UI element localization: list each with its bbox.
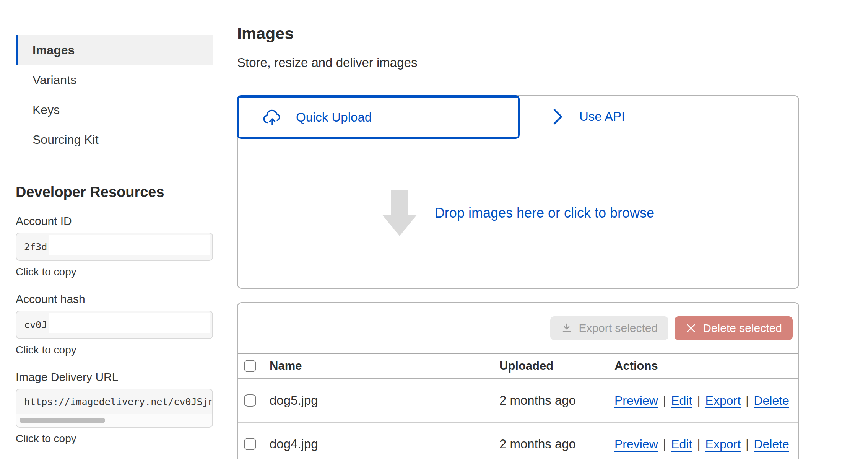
export-selected-label: Export selected	[579, 322, 658, 335]
image-delivery-url-value: https://imagedelivery.net/cv0JSjn8	[24, 389, 213, 414]
action-export-link[interactable]: Export	[705, 437, 741, 451]
sidebar-item-images[interactable]: Images	[16, 35, 213, 65]
chevron-right-icon	[553, 108, 563, 125]
sidebar: ImagesVariantsKeysSourcing Kit Developer…	[16, 35, 213, 445]
table-body: dog5.jpg2 months agoPreview|Edit|Export|…	[238, 379, 798, 459]
close-icon	[685, 322, 697, 334]
download-icon	[561, 322, 572, 334]
scrollbar-thumb[interactable]	[20, 418, 105, 423]
table-header-row: Name Uploaded Actions	[238, 353, 798, 379]
tab-quick-upload-label: Quick Upload	[296, 110, 372, 125]
account-id-label: Account ID	[16, 214, 213, 228]
action-preview-link[interactable]: Preview	[614, 437, 658, 451]
action-preview-link[interactable]: Preview	[614, 394, 658, 407]
upload-tab-row: Quick Upload Use API	[238, 96, 798, 137]
cloud-upload-icon	[262, 109, 282, 126]
dropzone-label: Drop images here or click to browse	[435, 205, 654, 221]
action-export-link[interactable]: Export	[705, 394, 741, 407]
select-all-checkbox[interactable]	[244, 360, 256, 372]
page-subtitle: Store, resize and deliver images	[237, 55, 799, 70]
upload-card: Quick Upload Use API Drop images here or…	[237, 95, 799, 289]
row-checkbox[interactable]	[244, 438, 256, 450]
dropzone[interactable]: Drop images here or click to browse	[238, 138, 798, 288]
images-table-card: Export selected Delete selected Name Upl…	[237, 302, 799, 459]
column-header-name: Name	[270, 359, 499, 373]
sidebar-item-keys[interactable]: Keys	[16, 95, 213, 125]
action-separator: |	[697, 437, 700, 451]
row-actions: Preview|Edit|Export|Delete	[614, 393, 798, 408]
account-id-value: 2f3d	[24, 233, 47, 260]
page-title: Images	[237, 24, 799, 43]
click-to-copy-hint: Click to copy	[16, 432, 213, 445]
delete-selected-label: Delete selected	[703, 322, 782, 335]
action-edit-link[interactable]: Edit	[671, 394, 692, 407]
table-row: dog4.jpg2 months agoPreview|Edit|Export|…	[238, 423, 798, 459]
account-id-value-box[interactable]: 2f3d	[16, 233, 213, 261]
redaction-overlay	[49, 235, 210, 255]
table-row: dog5.jpg2 months agoPreview|Edit|Export|…	[238, 379, 798, 423]
table-toolbar: Export selected Delete selected	[238, 303, 798, 353]
image-delivery-url-value-box[interactable]: https://imagedelivery.net/cv0JSjn8	[16, 389, 213, 428]
column-header-actions: Actions	[614, 359, 798, 373]
account-hash-value-box[interactable]: cv0J	[16, 311, 213, 339]
action-delete-link[interactable]: Delete	[754, 394, 789, 407]
click-to-copy-hint: Click to copy	[16, 265, 213, 278]
uploaded-time: 2 months ago	[499, 393, 614, 408]
row-checkbox[interactable]	[244, 394, 256, 407]
developer-resources-fields: Account ID2f3dClick to copyAccount hashc…	[16, 214, 213, 445]
action-edit-link[interactable]: Edit	[671, 437, 692, 451]
action-delete-link[interactable]: Delete	[754, 437, 789, 451]
horizontal-scrollbar[interactable]	[16, 414, 212, 427]
uploaded-time: 2 months ago	[499, 437, 614, 451]
main-content: Images Store, resize and deliver images …	[237, 0, 799, 459]
action-separator: |	[663, 437, 666, 451]
redaction-overlay	[49, 313, 210, 333]
tab-use-api[interactable]: Use API	[520, 96, 798, 137]
tab-quick-upload[interactable]: Quick Upload	[237, 95, 520, 139]
account-hash-value: cv0J	[24, 311, 47, 338]
column-header-uploaded: Uploaded	[499, 359, 614, 373]
action-separator: |	[663, 394, 666, 407]
delete-selected-button[interactable]: Delete selected	[675, 316, 793, 340]
click-to-copy-hint: Click to copy	[16, 343, 213, 356]
down-arrow-icon	[382, 190, 417, 236]
file-name: dog5.jpg	[270, 393, 499, 408]
tab-use-api-label: Use API	[579, 109, 625, 124]
row-actions: Preview|Edit|Export|Delete	[614, 437, 798, 451]
sidebar-item-variants[interactable]: Variants	[16, 65, 213, 95]
export-selected-button[interactable]: Export selected	[550, 316, 668, 340]
file-name: dog4.jpg	[270, 437, 499, 451]
account-hash-label: Account hash	[16, 292, 213, 306]
action-separator: |	[697, 394, 700, 407]
developer-resources-heading: Developer Resources	[16, 184, 213, 200]
action-separator: |	[746, 394, 749, 407]
sidebar-nav: ImagesVariantsKeysSourcing Kit	[16, 35, 213, 155]
action-separator: |	[746, 437, 749, 451]
sidebar-item-sourcing-kit[interactable]: Sourcing Kit	[16, 125, 213, 155]
image-delivery-url-label: Image Delivery URL	[16, 370, 213, 384]
